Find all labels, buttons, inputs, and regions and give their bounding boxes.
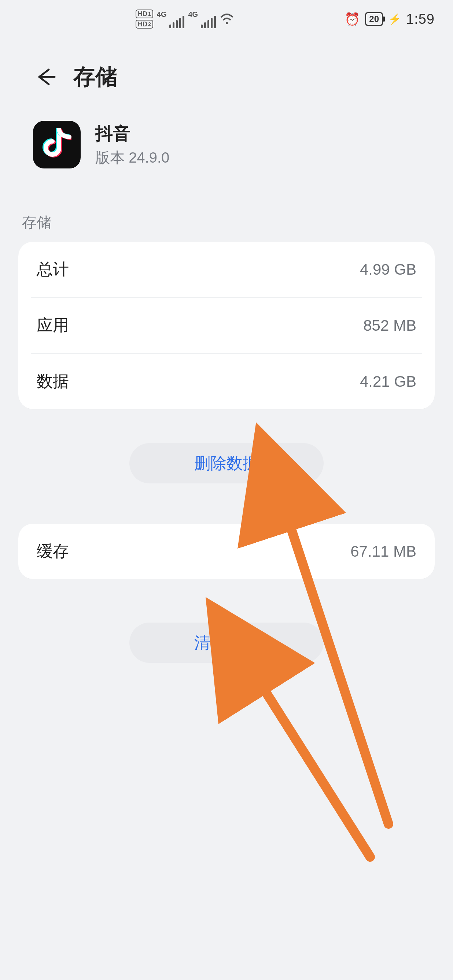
row-label: 缓存 [37,541,69,562]
storage-card: 总计 4.99 GB 应用 852 MB 数据 4.21 GB [18,242,435,409]
row-value: 4.99 GB [360,261,416,278]
row-value: 4.21 GB [360,373,416,390]
app-info: 抖音 版本 24.9.0 [33,121,431,169]
svg-point-0 [226,22,228,24]
row-label: 数据 [37,371,69,392]
app-name: 抖音 [95,122,169,145]
row-data: 数据 4.21 GB [31,353,422,409]
signal-2: 4G [188,10,216,28]
signal-1: 4G [157,10,185,28]
wifi-icon [220,13,234,25]
row-label: 总计 [37,259,69,280]
back-button[interactable] [33,64,59,90]
clock: 1:59 [406,11,435,27]
delete-data-button[interactable]: 删除数据 [129,443,324,484]
row-total: 总计 4.99 GB [18,242,435,297]
alarm-icon: ⏰ [345,12,360,26]
hd-badge-1-icon: HD1 [136,10,153,18]
signal-bars-icon [169,16,184,28]
cache-card: 缓存 67.11 MB [18,524,435,579]
hd-badge-2-icon: HD2 [136,20,153,29]
page-header: 存储 [0,51,453,103]
arrow-left-icon [35,66,57,88]
status-left: HD1 HD2 4G 4G [136,10,234,29]
status-bar: HD1 HD2 4G 4G ⏰ 20 ⚡ 1:59 [0,5,453,34]
section-label-storage: 存储 [22,212,51,232]
row-value: 852 MB [363,317,416,334]
charging-icon: ⚡ [388,13,401,25]
douyin-icon [42,128,72,161]
battery-icon: 20 [365,12,383,26]
status-right: ⏰ 20 ⚡ 1:59 [345,11,435,27]
svg-line-2 [257,678,370,857]
signal-bars-icon [201,16,216,28]
row-cache: 缓存 67.11 MB [18,524,435,579]
page-title: 存储 [73,62,117,92]
clear-cache-button[interactable]: 清空缓存 [129,622,324,663]
app-icon [33,121,81,169]
row-app: 应用 852 MB [31,297,422,353]
row-value: 67.11 MB [350,543,416,560]
row-label: 应用 [37,315,69,336]
app-version: 版本 24.9.0 [95,148,169,168]
